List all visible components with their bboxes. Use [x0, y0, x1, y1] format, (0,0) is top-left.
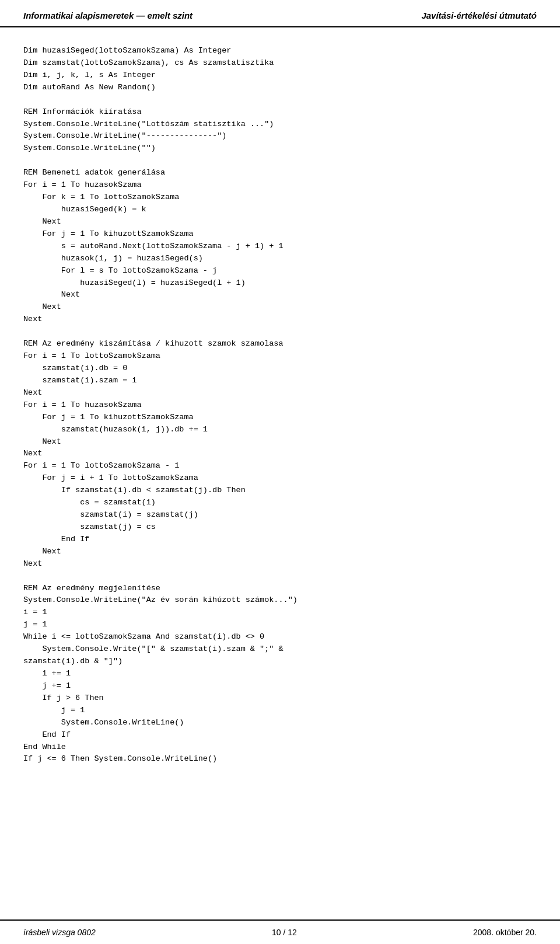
- page-container: Informatikai alapismeretek — emelt szint…: [0, 0, 560, 944]
- footer-page-number: 10 / 12: [272, 928, 297, 937]
- page-header: Informatikai alapismeretek — emelt szint…: [0, 0, 560, 27]
- footer-exam-id: írásbeli vizsga 0802: [23, 928, 96, 937]
- page-footer: írásbeli vizsga 0802 10 / 12 2008. októb…: [0, 919, 560, 944]
- header-title-right: Javítási-értékelési útmutató: [421, 11, 537, 20]
- main-content: Dim huzasiSeged(lottoSzamokSzama) As Int…: [0, 27, 560, 919]
- footer-date: 2008. október 20.: [473, 928, 537, 937]
- code-block: Dim huzasiSeged(lottoSzamokSzama) As Int…: [23, 45, 537, 765]
- header-title-left: Informatikai alapismeretek — emelt szint: [23, 11, 192, 20]
